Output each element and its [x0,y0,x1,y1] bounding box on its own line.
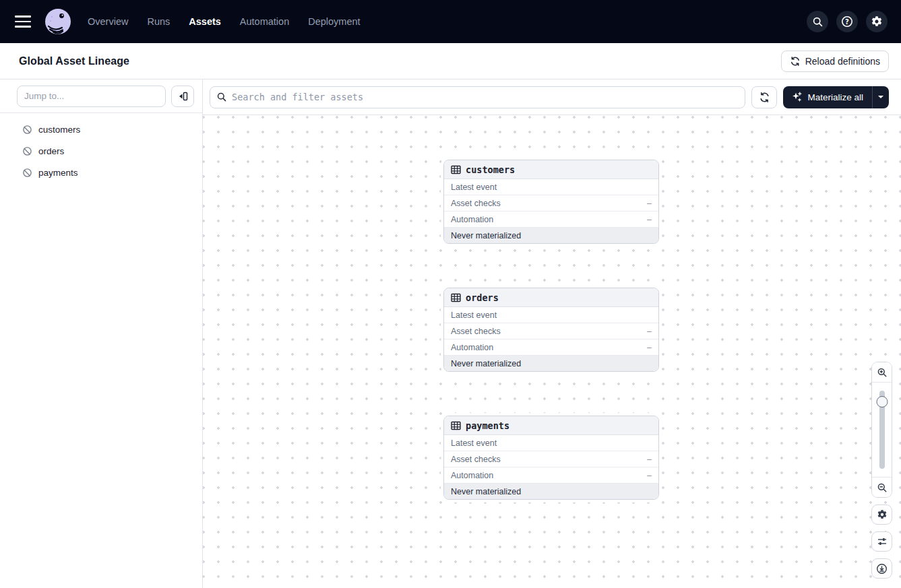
menu-icon[interactable] [15,13,31,30]
graph-settings-icon[interactable] [871,504,892,525]
latest-event-row: Latest event [444,435,658,451]
table-icon [451,421,461,430]
latest-event-row: Latest event [444,307,658,323]
zoom-slider-knob[interactable] [876,396,888,407]
collapse-panel-icon[interactable] [171,86,194,107]
asset-checks-row: Asset checks– [444,195,658,211]
reload-icon [790,56,801,67]
lineage-graph[interactable]: customers Latest event Asset checks– Aut… [203,115,901,588]
sidebar-item-customers[interactable]: customers [0,119,202,140]
svg-text:?: ? [845,18,849,26]
sidebar-item-orders[interactable]: orders [0,140,202,162]
materialize-all-button[interactable]: Materialize all [783,86,872,108]
status-none-icon [22,146,32,156]
status-badge: Never materialized [444,484,658,499]
asset-node-customers[interactable]: customers Latest event Asset checks– Aut… [443,160,659,244]
lineage-canvas-panel: Materialize all customers Latest event A… [203,79,901,588]
reload-definitions-button[interactable]: Reload definitions [781,51,889,72]
asset-node-name: payments [466,420,509,431]
sidebar-item-payments[interactable]: payments [0,162,202,183]
asset-checks-row: Asset checks– [444,451,658,467]
status-none-icon [22,125,32,135]
search-assets-input[interactable] [210,86,745,108]
dagster-logo[interactable] [44,8,71,35]
asset-node-header: orders [444,288,658,307]
zoom-in-icon[interactable] [872,362,892,383]
automation-row: Automation– [444,339,658,356]
materialize-all-label: Materialize all [807,92,863,102]
asset-sidebar: customers orders payments [0,79,203,588]
latest-event-row: Latest event [444,179,658,195]
zoom-slider[interactable] [872,383,892,477]
asset-name: orders [38,146,64,156]
page-header: Global Asset Lineage Reload definitions [0,43,901,79]
automation-row: Automation– [444,211,658,228]
settings-icon[interactable] [866,11,888,32]
nav-assets[interactable]: Assets [189,16,221,27]
materialize-split-button: Materialize all [783,86,889,108]
automation-row: Automation– [444,467,658,484]
asset-node-orders[interactable]: orders Latest event Asset checks– Automa… [443,288,659,372]
asset-node-payments[interactable]: payments Latest event Asset checks– Auto… [443,416,659,500]
asset-name: customers [38,125,80,135]
materialize-dropdown-button[interactable] [872,86,889,108]
asset-node-name: customers [466,164,515,175]
status-none-icon [22,168,32,178]
recenter-icon[interactable] [871,558,892,579]
nav-automation[interactable]: Automation [240,16,289,27]
page-title: Global Asset Lineage [19,55,129,67]
table-icon [451,293,461,302]
filters-icon[interactable] [871,531,892,552]
asset-list: customers orders payments [0,113,202,189]
sparkle-icon [792,92,803,102]
zoom-out-icon[interactable] [872,477,892,497]
asset-name: payments [38,168,78,178]
refresh-icon[interactable] [751,86,777,108]
table-icon [451,165,461,174]
top-navigation: Overview Runs Assets Automation Deployme… [0,0,901,43]
caret-down-icon [877,95,884,99]
asset-node-header: payments [444,416,658,435]
nav-overview[interactable]: Overview [88,16,128,27]
asset-node-header: customers [444,160,658,179]
status-badge: Never materialized [444,356,658,371]
nav-deployment[interactable]: Deployment [308,16,360,27]
lineage-toolbar: Materialize all [203,79,901,115]
graph-zoom-controls [871,362,892,579]
reload-definitions-label: Reload definitions [805,56,880,67]
help-icon[interactable]: ? [836,11,858,32]
asset-node-name: orders [466,292,499,303]
nav-runs[interactable]: Runs [147,16,170,27]
jump-to-input[interactable] [17,86,166,107]
status-badge: Never materialized [444,228,658,243]
search-icon[interactable] [807,11,828,32]
search-icon [216,92,227,102]
primary-nav: Overview Runs Assets Automation Deployme… [88,16,361,27]
asset-checks-row: Asset checks– [444,323,658,339]
